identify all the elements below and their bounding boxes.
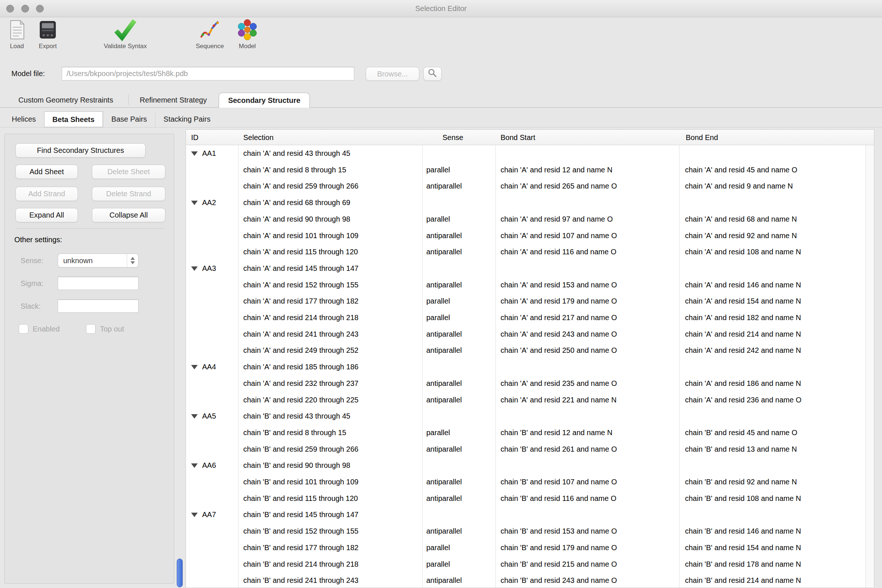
tab-refinement-strategy[interactable]: Refinement Strategy (134, 93, 213, 108)
subtab-base-pairs[interactable]: Base Pairs (103, 111, 155, 127)
minimize-window-icon[interactable] (21, 5, 29, 12)
column-header-id[interactable]: ID (191, 130, 198, 145)
cell-bond-end: chain 'B' and resid 108 and name N (685, 490, 864, 507)
table-row[interactable]: AA4chain 'A' and resid 185 through 186 (186, 358, 866, 375)
cell-selection: chain 'A' and resid 43 through 45 (243, 145, 420, 162)
table-row[interactable]: AA2chain 'A' and resid 68 through 69 (186, 194, 866, 211)
cell-bond-end: chain 'A' and resid 154 and name N (685, 293, 864, 309)
model-label: Model (225, 43, 269, 50)
enabled-checkbox[interactable] (19, 324, 28, 334)
disclosure-triangle-icon[interactable] (191, 201, 198, 205)
disclosure-triangle-icon[interactable] (191, 365, 198, 369)
cell-bond-start: chain 'A' and resid 97 and name O (501, 211, 677, 228)
table-row[interactable]: chain 'A' and resid 232 through 237antip… (186, 375, 866, 392)
table-row[interactable]: chain 'A' and resid 152 through 155antip… (186, 277, 866, 293)
cell-bond-start: chain 'A' and resid 153 and name O (501, 277, 677, 293)
cell-bond-end (685, 408, 864, 424)
subtab-beta-sheets[interactable]: Beta Sheets (44, 111, 103, 127)
close-window-icon[interactable] (6, 5, 14, 12)
disclosure-triangle-icon[interactable] (191, 266, 198, 271)
column-header-selection[interactable]: Selection (243, 130, 273, 145)
cell-bond-start: chain 'B' and resid 215 and name O (501, 556, 677, 573)
column-header-bond-end[interactable]: Bond End (686, 130, 718, 145)
table-header: ID Selection Sense Bond Start Bond End (186, 130, 874, 145)
table-row[interactable]: chain 'B' and resid 152 through 155antip… (186, 523, 866, 540)
table-vertical-scrollbar[interactable] (866, 145, 874, 588)
slack-input[interactable] (58, 300, 138, 313)
cell-selection: chain 'A' and resid 8 through 15 (243, 162, 420, 178)
sense-dropdown[interactable]: unknown (58, 254, 138, 267)
column-header-bond-start[interactable]: Bond Start (501, 130, 536, 145)
cell-bond-end (685, 506, 864, 523)
cell-selection: chain 'B' and resid 43 through 45 (243, 408, 420, 424)
subtab-stacking-pairs[interactable]: Stacking Pairs (155, 111, 219, 127)
disclosure-triangle-icon[interactable] (191, 414, 198, 418)
add-sheet-button[interactable]: Add Sheet (15, 165, 78, 179)
cell-bond-end: chain 'B' and resid 146 and name N (685, 523, 864, 540)
table-row[interactable]: chain 'A' and resid 101 through 109antip… (186, 228, 866, 244)
vertical-scrollbar-thumb[interactable] (177, 559, 183, 587)
sigma-input[interactable] (58, 277, 138, 290)
sheet-id: AA1 (202, 145, 216, 162)
cell-bond-start (501, 358, 677, 375)
table-row[interactable]: chain 'B' and resid 8 through 15parallel… (186, 424, 866, 441)
table-row[interactable]: chain 'B' and resid 214 through 218paral… (186, 556, 866, 573)
table-row[interactable]: chain 'A' and resid 115 through 120antip… (186, 244, 866, 260)
find-secondary-structures-button[interactable]: Find Secondary Structures (15, 143, 146, 158)
table-row[interactable]: AA5chain 'B' and resid 43 through 45 (186, 408, 866, 424)
subtab-helices[interactable]: Helices (4, 111, 44, 127)
table-row[interactable]: AA1chain 'A' and resid 43 through 45 (186, 145, 866, 162)
table-row[interactable]: AA6chain 'B' and resid 90 through 98 (186, 457, 866, 474)
table-row[interactable]: AA3chain 'A' and resid 145 through 147 (186, 260, 866, 277)
table-row[interactable]: chain 'A' and resid 259 through 266antip… (186, 178, 866, 194)
zoom-window-icon[interactable] (36, 5, 44, 12)
table-row[interactable]: chain 'B' and resid 101 through 109antip… (186, 474, 866, 490)
model-file-label: Model file: (11, 67, 45, 81)
cell-bond-end: chain 'A' and resid 236 and name O (685, 392, 864, 408)
table-row[interactable]: chain 'B' and resid 259 through 266antip… (186, 441, 866, 458)
model-file-input[interactable]: /Users/bkpoon/projects/test/5h8k.pdb (62, 67, 354, 81)
search-model-button[interactable] (423, 67, 442, 81)
browse-button: Browse... (366, 67, 419, 81)
validate-syntax-button[interactable]: Validate Syntax (103, 18, 147, 50)
table-row[interactable]: AA7chain 'B' and resid 145 through 147 (186, 506, 866, 523)
table-row[interactable]: chain 'A' and resid 8 through 15parallel… (186, 162, 866, 178)
sheet-id: AA5 (202, 408, 216, 424)
disclosure-triangle-icon[interactable] (191, 152, 198, 156)
beta-sheets-table: ID Selection Sense Bond Start Bond End A… (186, 129, 874, 588)
cell-bond-start: chain 'B' and resid 153 and name O (501, 523, 677, 540)
table-row[interactable]: chain 'A' and resid 220 through 225antip… (186, 392, 866, 408)
table-row[interactable]: chain 'B' and resid 177 through 182paral… (186, 540, 866, 556)
table-row[interactable]: chain 'B' and resid 241 through 243antip… (186, 572, 866, 588)
cell-bond-end (685, 145, 864, 162)
expand-all-button[interactable]: Expand All (15, 208, 78, 222)
top-out-checkbox[interactable] (86, 324, 96, 334)
cell-selection: chain 'B' and resid 214 through 218 (243, 556, 420, 573)
cell-bond-end (685, 194, 864, 211)
validate-syntax-icon (103, 18, 147, 41)
tab-custom-geometry-restraints[interactable]: Custom Geometry Restraints (9, 93, 123, 108)
cell-sense: antiparallel (426, 523, 494, 540)
table-row[interactable]: chain 'A' and resid 249 through 252antip… (186, 342, 866, 358)
table-row[interactable]: chain 'B' and resid 115 through 120antip… (186, 490, 866, 507)
sheet-id: AA3 (202, 260, 216, 277)
dropdown-stepper-icon (127, 254, 138, 267)
column-header-sense[interactable]: Sense (442, 130, 464, 145)
table-row[interactable]: chain 'A' and resid 90 through 98paralle… (186, 211, 866, 228)
table-row[interactable]: chain 'A' and resid 214 through 218paral… (186, 309, 866, 326)
export-button[interactable]: Export (26, 18, 70, 50)
cell-sense (426, 145, 494, 162)
cell-selection: chain 'B' and resid 145 through 147 (243, 506, 420, 523)
cell-bond-end: chain 'B' and resid 214 and name N (685, 572, 864, 588)
disclosure-triangle-icon[interactable] (191, 513, 198, 517)
cell-bond-end (685, 457, 864, 474)
tab-secondary-structure[interactable]: Secondary Structure (219, 93, 310, 108)
model-button[interactable]: Model (225, 18, 269, 50)
cell-bond-end: chain 'B' and resid 178 and name N (685, 556, 864, 573)
cell-sense: antiparallel (426, 490, 494, 507)
table-row[interactable]: chain 'A' and resid 241 through 243antip… (186, 326, 866, 342)
collapse-all-button[interactable]: Collapse All (92, 208, 165, 222)
table-row[interactable]: chain 'A' and resid 177 through 182paral… (186, 293, 866, 309)
disclosure-triangle-icon[interactable] (191, 464, 198, 468)
sigma-label: Sigma: (21, 279, 44, 288)
